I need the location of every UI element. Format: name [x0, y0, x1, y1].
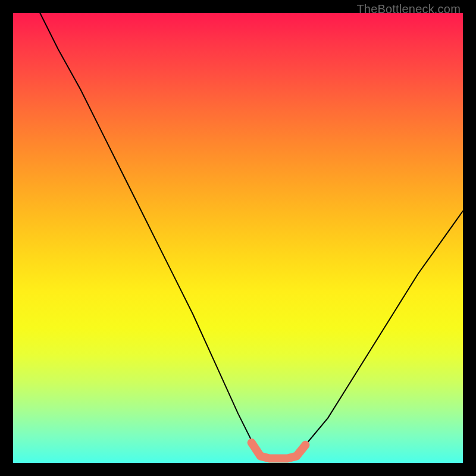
chart-frame: [13, 13, 463, 463]
optimal-range-marker: [252, 443, 306, 458]
bottleneck-curve: [40, 13, 463, 458]
curve-layer: [13, 13, 463, 463]
plot-area: [13, 13, 463, 463]
watermark-text: TheBottleneck.com: [356, 2, 461, 16]
